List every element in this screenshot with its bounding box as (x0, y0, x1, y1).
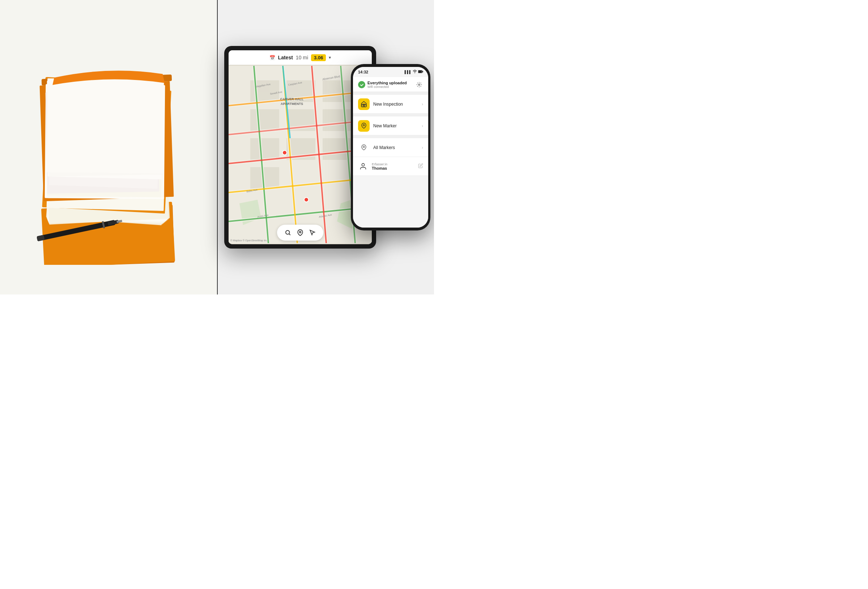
left-panel (0, 0, 217, 294)
map-chevron-icon[interactable]: ▾ (329, 55, 331, 60)
user-name: Thomas (372, 166, 387, 170)
status-text-block: Everything uploaded Wifi connected (368, 81, 407, 89)
svg-rect-79 (418, 71, 422, 73)
svg-line-75 (289, 234, 290, 235)
section-gap-2 (353, 114, 428, 117)
tablet-screen: 📅 Latest 10 mi 3.06 ▾ (229, 50, 372, 244)
svg-rect-34 (250, 109, 279, 131)
main-container: 📅 Latest 10 mi 3.06 ▾ (0, 0, 434, 294)
search-tool-btn[interactable] (283, 228, 293, 238)
paper-stack-art (32, 48, 185, 258)
phone-time: 14:32 (358, 70, 368, 74)
new-inspection-left: New Inspection (358, 98, 403, 110)
signal-icon: ▌▌▌ (405, 70, 412, 74)
svg-text:CARVER HALL: CARVER HALL (280, 97, 304, 101)
phone-device: 14:32 ▌▌▌ (351, 64, 430, 231)
right-panel: 📅 Latest 10 mi 3.06 ▾ (217, 0, 434, 294)
user-role-label: Erfasser:in (372, 163, 387, 166)
select-tool-btn[interactable] (307, 228, 317, 238)
new-marker-item[interactable]: New Marker › (353, 117, 428, 135)
phone-screen: 14:32 ▌▌▌ (353, 67, 428, 228)
section-gap-3 (353, 135, 428, 138)
svg-rect-80 (422, 71, 423, 73)
all-markers-label: All Markers (373, 145, 395, 150)
location-tool-btn[interactable] (295, 228, 305, 238)
upload-status-row: Everything uploaded Wifi connected (353, 77, 428, 92)
svg-point-63 (304, 198, 309, 202)
svg-point-76 (300, 231, 301, 233)
user-left: Erfasser:in Thomas (358, 161, 387, 172)
svg-point-85 (363, 146, 365, 148)
new-marker-icon-box (358, 120, 370, 132)
check-circle-icon (358, 81, 365, 88)
phone-content: Everything uploaded Wifi connected (353, 77, 428, 228)
battery-icon (418, 70, 423, 74)
upload-status-sub: Wifi connected (368, 85, 407, 89)
new-inspection-chevron: › (422, 102, 423, 107)
svg-point-84 (363, 124, 365, 126)
wifi-icon (413, 70, 417, 74)
svg-rect-23 (47, 78, 164, 174)
svg-rect-35 (250, 138, 279, 160)
map-toolbar (277, 225, 323, 241)
user-text-block: Erfasser:in Thomas (372, 163, 387, 170)
new-inspection-item[interactable]: New Inspection › (353, 95, 428, 114)
new-marker-chevron: › (422, 123, 423, 129)
svg-rect-41 (323, 109, 351, 131)
upload-status-title: Everything uploaded (368, 81, 407, 85)
svg-rect-40 (323, 80, 351, 102)
paper-stack-svg (32, 48, 185, 265)
new-marker-label: New Marker (373, 123, 397, 129)
phone-status-icons: ▌▌▌ (405, 70, 423, 74)
svg-point-74 (286, 231, 290, 234)
calendar-icon: 📅 (269, 55, 275, 61)
divider (217, 0, 218, 294)
svg-point-86 (362, 163, 364, 166)
all-markers-icon-box (358, 142, 370, 153)
settings-gear-btn[interactable] (415, 81, 423, 89)
svg-point-81 (418, 84, 420, 85)
user-row[interactable]: Erfasser:in Thomas (353, 157, 428, 176)
map-header: 📅 Latest 10 mi 3.06 ▾ (229, 50, 372, 65)
all-markers-left: All Markers (358, 142, 395, 153)
svg-text:© Mapbox © OpenStreetMap Im...: © Mapbox © OpenStreetMap Im... (230, 239, 269, 242)
new-inspection-icon-box (358, 98, 370, 110)
svg-point-77 (415, 73, 415, 74)
map-latest-label: Latest (278, 55, 293, 61)
phone-status-bar: 14:32 ▌▌▌ (353, 67, 428, 77)
svg-text:APARTMENTS: APARTMENTS (280, 102, 303, 106)
section-gap-1 (353, 92, 428, 95)
map-area: Magellan Ave Sewell Ave Caspian Ave Abse… (229, 65, 372, 244)
all-markers-chevron: › (422, 145, 423, 150)
new-marker-left: New Marker (358, 120, 397, 132)
user-avatar-icon (358, 161, 368, 172)
user-edit-icon[interactable] (418, 163, 423, 169)
status-left: Everything uploaded Wifi connected (358, 81, 407, 89)
map-badge: 3.06 (311, 54, 326, 61)
svg-point-62 (282, 151, 287, 155)
new-inspection-label: New Inspection (373, 102, 403, 107)
map-distance: 10 mi (296, 55, 308, 61)
all-markers-item[interactable]: All Markers › (353, 138, 428, 157)
map-svg: Magellan Ave Sewell Ave Caspian Ave Abse… (229, 65, 372, 244)
